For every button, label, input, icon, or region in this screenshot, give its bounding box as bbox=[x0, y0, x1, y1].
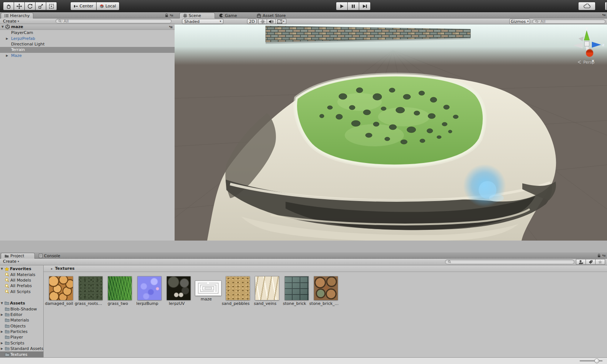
project-create-button[interactable]: Create ▾ bbox=[1, 259, 21, 264]
folder-icon bbox=[5, 307, 10, 311]
tab-game[interactable]: Game bbox=[216, 13, 253, 18]
texture-thumbnail-lerpzuv[interactable]: lerpzUV bbox=[167, 276, 190, 306]
search-favorite-icon bbox=[5, 278, 9, 282]
play-button[interactable] bbox=[336, 2, 348, 10]
panel-menu-icon[interactable]: ▾≡ bbox=[602, 13, 606, 17]
scene-search-input[interactable]: All bbox=[532, 19, 606, 24]
texture-preview bbox=[195, 281, 221, 296]
panel-menu-icon[interactable]: ▾≡ bbox=[170, 14, 173, 17]
folder-standard-assets[interactable]: ▶ Standard Assets bbox=[0, 346, 43, 351]
foldout-closed-icon[interactable]: ▶ bbox=[6, 54, 8, 57]
foldout-closed-icon[interactable]: ▶ bbox=[1, 347, 3, 350]
assets-root-folder[interactable]: ▼ Assets bbox=[0, 300, 43, 306]
scene-effects-button[interactable]: ▾ bbox=[275, 19, 286, 24]
hierarchy-item-maze[interactable]: ▶ Maze bbox=[0, 53, 175, 58]
folder-textures-selected[interactable]: Textures bbox=[0, 351, 43, 357]
move-tool-button[interactable] bbox=[14, 2, 25, 10]
tab-project[interactable]: Project bbox=[1, 253, 35, 259]
scene-audio-button[interactable] bbox=[267, 19, 276, 24]
texture-thumbnail-damaged-soil[interactable]: damaged_soil bbox=[49, 276, 73, 306]
foldout-open-icon[interactable]: ▼ bbox=[1, 302, 3, 305]
axis-neg-cone bbox=[579, 37, 584, 41]
favorite-all-models[interactable]: All Models bbox=[0, 278, 43, 283]
scene-viewport[interactable]: y z x Persp bbox=[175, 24, 607, 241]
texture-thumbnail-sand-pebbles[interactable]: sand_pebbles bbox=[226, 276, 250, 306]
scene-lighting-button[interactable] bbox=[258, 19, 267, 24]
folder-icon bbox=[4, 254, 9, 258]
lock-icon[interactable] bbox=[165, 13, 168, 17]
lock-icon[interactable] bbox=[597, 254, 601, 258]
project-status-bar bbox=[0, 357, 607, 364]
hierarchy-toolbar: Create ▾ All bbox=[0, 18, 175, 24]
texture-thumbnail-stone-brick[interactable]: stone_brick bbox=[285, 276, 308, 306]
search-by-type-button[interactable] bbox=[576, 259, 586, 265]
favorite-all-scripts[interactable]: All Scripts bbox=[0, 289, 43, 295]
folder-materials[interactable]: Materials bbox=[0, 317, 43, 323]
tab-hierarchy[interactable]: Hierarchy bbox=[1, 13, 33, 18]
favorite-all-materials[interactable]: All Materials bbox=[0, 272, 43, 277]
hand-tool-button[interactable] bbox=[3, 2, 14, 10]
texture-thumbnail-maze[interactable]: maze bbox=[196, 276, 220, 306]
space-local-button[interactable]: Local bbox=[96, 2, 119, 10]
hierarchy-create-button[interactable]: Create ▾ bbox=[1, 19, 21, 24]
main-toolbar: Center Local bbox=[0, 0, 607, 12]
foldout-closed-icon[interactable]: ▶ bbox=[1, 341, 3, 345]
pause-button[interactable] bbox=[347, 2, 359, 10]
pivot-center-button[interactable]: Center bbox=[70, 2, 97, 10]
favorites-header[interactable]: ▼ Favorites bbox=[0, 266, 43, 272]
hierarchy-item-lerpzprefab[interactable]: ▶ LerpzPrefab bbox=[0, 35, 175, 41]
foldout-closed-icon[interactable]: ▶ bbox=[1, 330, 3, 333]
folder-editor[interactable]: ▶ Editor bbox=[0, 312, 43, 317]
clipped-edge-button[interactable] bbox=[605, 2, 607, 10]
rect-tool-button[interactable] bbox=[46, 2, 57, 10]
foldout-open-icon[interactable]: ▼ bbox=[1, 267, 3, 271]
foldout-open-icon[interactable]: ▼ bbox=[1, 25, 4, 28]
favorites-toggle-button[interactable] bbox=[595, 259, 605, 265]
folder-particles[interactable]: ▶ Particles bbox=[0, 329, 43, 334]
foldout-closed-icon[interactable]: ▶ bbox=[6, 37, 8, 40]
hierarchy-search-input[interactable]: All bbox=[55, 19, 172, 23]
folder-blob-shadow[interactable]: Blob-Shadow bbox=[0, 306, 43, 312]
search-favorite-icon bbox=[5, 289, 9, 294]
axis-orientation-gizmo[interactable]: y z x Persp bbox=[569, 25, 606, 67]
texture-thumbnail-sand-veins[interactable]: sand_veins bbox=[255, 276, 279, 306]
step-icon bbox=[362, 4, 367, 8]
folder-icon bbox=[5, 341, 10, 345]
texture-preview bbox=[138, 276, 161, 300]
scale-tool-button[interactable] bbox=[35, 2, 46, 10]
search-by-label-button[interactable] bbox=[586, 259, 596, 265]
draw-mode-dropdown[interactable]: Shaded ▾ bbox=[182, 19, 223, 24]
folder-objects[interactable]: Objects bbox=[0, 323, 43, 329]
tab-console[interactable]: Console bbox=[36, 253, 70, 259]
foldout-closed-icon[interactable]: ▶ bbox=[1, 313, 3, 316]
tab-asset-store[interactable]: Asset Store bbox=[253, 13, 295, 18]
texture-thumbnail-lerpzbump[interactable]: lerpzBump bbox=[138, 276, 161, 306]
texture-thumbnail-grass-roots[interactable]: grass_roots… bbox=[79, 276, 102, 306]
search-icon bbox=[535, 20, 539, 23]
texture-thumbnail-grass-two[interactable]: grass_two bbox=[108, 276, 132, 306]
hierarchy-item-terrain-selected[interactable]: Terrain bbox=[0, 47, 175, 52]
project-search-input[interactable] bbox=[445, 259, 574, 264]
hierarchy-item-directional-light[interactable]: Directional Light bbox=[0, 41, 175, 47]
hierarchy-item-playercam[interactable]: PlayerCam bbox=[0, 30, 175, 35]
scene-name: maze bbox=[11, 24, 23, 29]
project-panel: Project Console ▾≡ Create ▾ bbox=[0, 252, 607, 364]
cloud-services-button[interactable] bbox=[578, 2, 596, 10]
folder-scripts[interactable]: ▶ Scripts bbox=[0, 340, 43, 346]
2d-toggle-button[interactable]: 2D bbox=[247, 19, 257, 24]
folder-player[interactable]: Player bbox=[0, 334, 43, 340]
scene-header-row[interactable]: ▼ maze ▾≡ bbox=[0, 24, 175, 30]
texture-thumbnail-stone-brick-2[interactable]: stone_brick_… bbox=[314, 276, 338, 306]
gizmos-dropdown[interactable]: Gizmos ▾ bbox=[509, 19, 530, 24]
slider-knob[interactable] bbox=[594, 358, 599, 363]
panel-menu-icon[interactable]: ▾≡ bbox=[602, 254, 606, 258]
texture-preview bbox=[79, 276, 102, 300]
thumbnail-size-slider[interactable] bbox=[580, 360, 603, 361]
pause-icon bbox=[351, 4, 355, 8]
dropdown-arrow-icon: ▾ bbox=[18, 260, 19, 263]
tab-scene[interactable]: Scene bbox=[179, 13, 215, 18]
step-button[interactable] bbox=[359, 2, 371, 10]
scene-menu-icon[interactable]: ▾≡ bbox=[169, 25, 172, 29]
rotate-tool-button[interactable] bbox=[24, 2, 36, 10]
favorite-all-prefabs[interactable]: All Prefabs bbox=[0, 283, 43, 289]
